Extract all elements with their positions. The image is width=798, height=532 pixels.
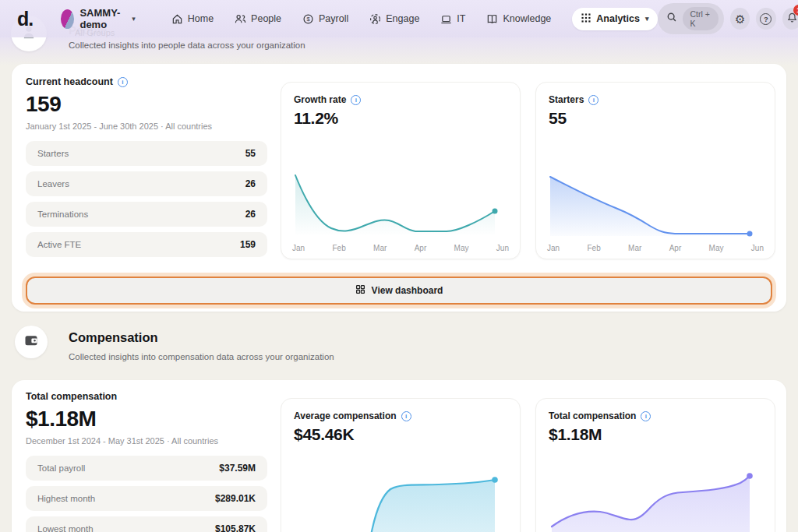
compensation-stat-rows: Total payroll $37.59M Highest month $289… [26, 456, 267, 532]
nav-item-label: Analytics [596, 13, 640, 24]
people-section-subtitle: Collected insights into people data acro… [69, 41, 305, 50]
info-icon[interactable]: i [118, 77, 128, 87]
dashboard-grid-icon [355, 284, 365, 298]
org-avatar [61, 9, 74, 29]
starters-value: 55 [549, 109, 762, 128]
nav-items: Home People $ Payroll Engage IT Knowledg… [171, 13, 552, 25]
growth-rate-chart: JanFebMarAprMayJun [291, 167, 510, 252]
stat-row-lowest-month: Lowest month $105.87K [26, 516, 267, 532]
stat-row-active-fte: Active FTE 159 [26, 232, 267, 257]
stat-row-starters: Starters 55 [26, 141, 267, 166]
info-icon[interactable]: i [588, 95, 598, 105]
nav-item-people[interactable]: People [235, 13, 281, 25]
x-axis-labels: JanFebMarAprMayJun [546, 242, 765, 252]
book-icon [486, 13, 498, 25]
average-compensation-value: $45.46K [294, 425, 507, 444]
nav-item-engage[interactable]: Engage [369, 13, 419, 25]
search-button[interactable]: Ctrl + K [658, 3, 724, 34]
top-navbar: d. SAMMY-demo ▾ Home People $ Payroll En… [0, 0, 798, 37]
people-icon [235, 13, 246, 25]
laptop-icon [440, 13, 452, 25]
search-shortcut: Ctrl + K [683, 7, 719, 30]
headcount-title: Current headcount [26, 76, 113, 87]
total-compensation-card-title: Total compensation [549, 410, 636, 421]
people-analytics-panel: Current headcount i 159 January 1st 2025… [12, 64, 786, 312]
stat-label: Highest month [37, 494, 95, 503]
nav-item-label: Engage [386, 13, 419, 24]
growth-rate-card: Growth rate i 11.2% JanFebMarAprMayJun [281, 82, 521, 259]
org-switcher[interactable]: SAMMY-demo ▾ [61, 7, 136, 30]
info-icon[interactable]: i [401, 411, 411, 421]
stat-value: 55 [245, 148, 256, 159]
nav-item-home[interactable]: Home [171, 13, 214, 25]
stat-value: 159 [240, 239, 256, 250]
total-compensation-card: Total compensation i $1.18M [535, 398, 775, 532]
stat-row-terminations: Terminations 26 [26, 202, 267, 227]
average-compensation-card: Average compensation i $45.46K [281, 398, 521, 532]
compensation-section-title: Compensation [69, 330, 158, 345]
stat-label: Active FTE [37, 240, 81, 249]
nav-item-payroll[interactable]: $ Payroll [302, 13, 348, 25]
view-dashboard-button[interactable]: View dashboard [26, 277, 772, 305]
svg-text:$: $ [306, 16, 310, 23]
engage-icon [369, 13, 381, 25]
headcount-value: 159 [26, 92, 267, 117]
stat-row-highest-month: Highest month $289.01K [26, 486, 267, 511]
total-compensation-value: $1.18M [26, 407, 267, 432]
notifications-button[interactable]: 1 [782, 8, 798, 30]
starters-title: Starters [549, 94, 584, 105]
average-compensation-title: Average compensation [294, 410, 397, 421]
gear-icon: ⚙ [735, 13, 745, 25]
stat-value: 26 [245, 178, 256, 189]
view-dashboard-label: View dashboard [372, 285, 443, 296]
payroll-icon: $ [302, 13, 314, 25]
help-icon: ? [760, 13, 772, 25]
stat-value: 26 [245, 209, 256, 220]
headcount-stat-rows: Starters 55 Leavers 26 Terminations 26 A… [26, 141, 267, 257]
compensation-section-icon-circle [15, 326, 48, 358]
app-logo[interactable]: d. [17, 8, 33, 30]
nav-item-label: Home [188, 13, 214, 24]
starters-chart: JanFebMarAprMayJun [546, 167, 765, 252]
info-icon[interactable]: i [641, 411, 651, 421]
help-button[interactable]: ? [756, 8, 775, 30]
nav-item-knowledge[interactable]: Knowledge [486, 13, 551, 25]
stat-label: Leavers [37, 179, 69, 188]
search-icon [666, 12, 677, 26]
chevron-down-icon: ▾ [645, 15, 649, 23]
stat-value: $37.59M [219, 463, 256, 474]
nav-item-label: Payroll [319, 13, 348, 24]
total-compensation-period: December 1st 2024 - May 31st 2025 · All … [26, 436, 267, 446]
stat-label: Terminations [37, 210, 88, 219]
nav-item-label: People [251, 13, 281, 24]
total-compensation-title: Total compensation [26, 391, 117, 402]
settings-button[interactable]: ⚙ [730, 8, 750, 30]
headcount-period: January 1st 2025 - June 30th 2025 · All … [26, 122, 267, 131]
stat-label: Starters [37, 149, 69, 158]
headcount-block: Current headcount i 159 January 1st 2025… [26, 76, 267, 257]
starters-card: Starters i 55 JanFebMarAprMayJun [535, 82, 775, 259]
total-compensation-block: Total compensation $1.18M December 1st 2… [26, 391, 267, 532]
wallet-icon [23, 333, 39, 351]
nav-item-analytics-active[interactable]: Analytics ▾ [572, 8, 658, 30]
stat-value: $289.01K [215, 493, 256, 504]
stat-label: Lowest month [37, 524, 94, 532]
total-compensation-card-value: $1.18M [549, 425, 762, 444]
org-name: SAMMY-demo [79, 7, 126, 30]
app-root: People All Groups Collected insights int… [0, 0, 798, 532]
growth-rate-title: Growth rate [294, 94, 346, 105]
growth-rate-value: 11.2% [294, 109, 507, 128]
stat-label: Total payroll [37, 463, 85, 473]
nav-item-label: Knowledge [503, 13, 551, 24]
total-compensation-chart [546, 466, 765, 532]
stat-value: $105.87K [215, 523, 256, 532]
x-axis-labels: JanFebMarAprMayJun [291, 242, 510, 252]
chevron-down-icon: ▾ [132, 15, 136, 23]
info-icon[interactable]: i [351, 95, 361, 105]
compensation-section-subtitle: Collected insights into compensation dat… [69, 352, 334, 361]
nav-right-controls: Ctrl + K ⚙ ? 1 JO ▾ [658, 3, 798, 34]
nav-item-it[interactable]: IT [440, 13, 465, 25]
average-compensation-chart [291, 466, 510, 532]
nav-item-label: IT [457, 13, 465, 24]
stat-row-total-payroll: Total payroll $37.59M [26, 456, 267, 481]
